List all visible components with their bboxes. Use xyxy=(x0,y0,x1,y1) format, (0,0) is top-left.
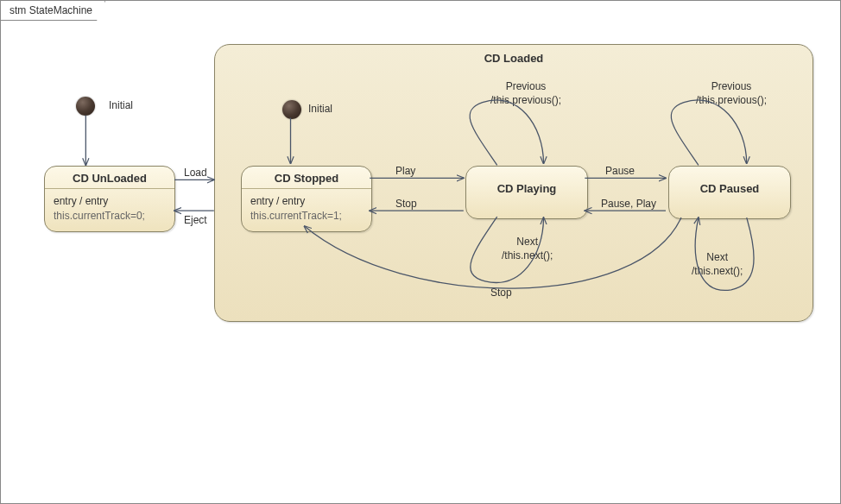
state-cd-unloaded-title: CD UnLoaded xyxy=(45,167,174,188)
state-cd-stopped-title: CD Stopped xyxy=(242,167,371,188)
transition-stop-paused-label: Stop xyxy=(490,287,512,300)
transition-next-paused-label: Next /this.next(); xyxy=(692,251,743,278)
state-cd-unloaded-body: entry / entry this.currentTrack=0; xyxy=(45,188,174,231)
state-cd-playing-title: CD Playing xyxy=(466,167,587,198)
transition-play-label: Play xyxy=(395,165,415,179)
initial-label-outer: Initial xyxy=(109,99,133,113)
frame-title-text: stm StateMachine xyxy=(9,4,92,16)
state-cd-stopped: CD Stopped entry / entry this.currentTra… xyxy=(241,166,372,232)
transition-pause-play-label: Pause, Play xyxy=(601,198,656,211)
transition-prev-paused-label: Previous /this.previous(); xyxy=(696,80,767,107)
initial-pseudostate-outer xyxy=(76,97,95,116)
state-cd-unloaded: CD UnLoaded entry / entry this.currentTr… xyxy=(44,166,175,232)
state-cd-stopped-entry-code: this.currentTrack=1; xyxy=(250,209,363,224)
transition-eject-label: Eject xyxy=(184,214,207,228)
state-cd-unloaded-entry-code: this.currentTrack=0; xyxy=(54,209,166,224)
state-cd-unloaded-entry: entry / entry xyxy=(54,194,166,209)
transition-prev-playing-label: Previous /this.previous(); xyxy=(490,80,561,107)
diagram-frame: stm StateMachine Initial CD UnLoaded ent… xyxy=(0,0,841,504)
frame-title: stm StateMachine xyxy=(1,1,105,21)
state-cd-loaded-title: CD Loaded xyxy=(215,52,813,65)
transition-load-label: Load xyxy=(184,167,207,180)
state-cd-stopped-body: entry / entry this.currentTrack=1; xyxy=(242,188,371,231)
state-cd-paused-title: CD Paused xyxy=(669,167,790,198)
state-cd-paused: CD Paused xyxy=(668,166,791,219)
transition-stop-label: Stop xyxy=(395,198,417,211)
state-cd-stopped-entry: entry / entry xyxy=(250,194,363,209)
transition-pause-label: Pause xyxy=(605,165,635,179)
initial-label-inner: Initial xyxy=(308,103,332,117)
initial-pseudostate-inner xyxy=(282,100,301,119)
state-cd-playing: CD Playing xyxy=(465,166,588,219)
transition-next-playing-label: Next /this.next(); xyxy=(502,236,553,262)
